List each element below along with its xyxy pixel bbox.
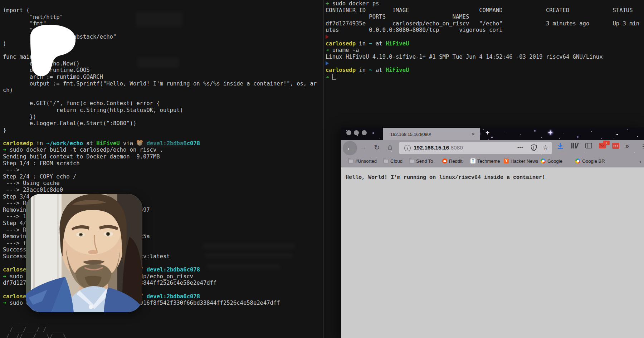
- terminal-line: [326, 34, 643, 40]
- terminal-line: carlosedp in ~ at HiFiveU: [326, 40, 643, 47]
- star-dot: [627, 129, 628, 130]
- bookmark-item-techmeme[interactable]: Techmeme: [470, 158, 500, 166]
- star-dot: [577, 136, 579, 138]
- toolbar-sparkle-dot: [541, 154, 542, 155]
- star-dot: [357, 135, 358, 136]
- terminal-line: output := fmt.Sprintf("Hello, World! I'm…: [3, 80, 323, 87]
- bookmark-label: Hacker News: [511, 158, 538, 164]
- site-info-icon[interactable]: i: [404, 145, 411, 151]
- techmeme-icon: [470, 158, 475, 163]
- browser-tab[interactable]: 192.168.15.16:8080/ ×: [383, 128, 480, 140]
- window-minimize-button[interactable]: [354, 130, 359, 135]
- bookmark-item-cloud[interactable]: Cloud: [383, 158, 402, 166]
- bookmark-star-icon[interactable]: ☆: [542, 143, 548, 152]
- bookmark-label: Send To: [416, 158, 433, 164]
- terminal-line: return c.String(http.StatusOK, output): [3, 107, 323, 114]
- terminal-line: [326, 60, 643, 67]
- ghost-artifact: [207, 265, 280, 269]
- bookmark-label: Google BR: [582, 158, 605, 164]
- browser-window: 192.168.15.16:8080/ × + ← → ↻ ⌂ i 192.16…: [341, 127, 644, 338]
- star-dot: [520, 134, 521, 135]
- hackernews-icon: [504, 158, 509, 163]
- bookmark-item-google[interactable]: Google: [541, 158, 562, 166]
- toolbar-overflow-icon[interactable]: »: [625, 142, 629, 150]
- browser-tab-bar: 192.168.15.16:8080/ × +: [341, 127, 644, 140]
- bookmark-item-send-to[interactable]: Send To: [409, 158, 433, 166]
- bookmark-item-google-br[interactable]: Google BR: [575, 158, 605, 166]
- star-dot: [380, 138, 380, 139]
- shield-icon[interactable]: [531, 144, 537, 151]
- terminal-line: [3, 313, 323, 320]
- google-icon: [541, 158, 546, 163]
- terminal-line: ____ __: [3, 320, 323, 327]
- star-sparkle-icon: [548, 131, 552, 134]
- terminal-line: ---> Using cache: [3, 180, 323, 187]
- menu-icon[interactable]: [643, 144, 644, 149]
- terminal-line: PORTS NAMES: [326, 14, 643, 20]
- mail-badge-count: 7: [603, 141, 610, 145]
- star-dot: [534, 130, 536, 132]
- terminal-line: Linux HiFiveU 4.19.0-sifive-1+ #1 SMP Tu…: [326, 54, 643, 60]
- terminal-line: [3, 133, 323, 140]
- ghost-artifact: [138, 58, 179, 67]
- star-dot: [613, 138, 614, 138]
- terminal-line: }): [3, 114, 323, 121]
- terminal-line: CONTAINER ID IMAGE COMMAND CREATED STATU…: [326, 7, 643, 14]
- star-dot: [559, 138, 560, 139]
- ghost-artifact: [203, 244, 294, 249]
- star-dot: [541, 137, 542, 138]
- webcam-portrait: [26, 194, 142, 312]
- star-dot: [504, 132, 504, 132]
- back-button[interactable]: ←: [343, 141, 357, 155]
- browser-content-area[interactable]: Hello, World! I'm running on linux/riscv…: [341, 167, 644, 338]
- star-dot: [372, 132, 374, 134]
- terminal-line: ➜ sudo docker ps: [326, 0, 643, 7]
- white-blob-annotation: [25, 23, 79, 80]
- reload-icon[interactable]: ↻: [374, 143, 380, 152]
- terminal-line: carlosedp in ~ at HiFiveU: [326, 67, 643, 74]
- partial-line-marker-red: [326, 35, 329, 39]
- terminal-line: ➜ sudo docker build -t carlosedp/echo_on…: [3, 147, 323, 153]
- page-actions-icon[interactable]: •••: [517, 145, 523, 150]
- bookmark-item-reddit[interactable]: Reddit: [442, 158, 463, 166]
- folder-icon: [348, 159, 353, 163]
- terminal-line: [3, 94, 323, 101]
- webcam-overlay: [26, 194, 142, 312]
- adblock-icon[interactable]: [612, 143, 619, 149]
- window-close-button[interactable]: [346, 130, 351, 135]
- forward-button[interactable]: →: [360, 143, 367, 151]
- ghost-artifact: [205, 253, 293, 258]
- page-body-text: Hello, World! I'm running on linux/riscv…: [346, 175, 545, 181]
- star-dot: [616, 134, 618, 135]
- bookmark-label: Cloud: [390, 158, 402, 164]
- folder-icon: [409, 159, 414, 163]
- download-icon[interactable]: [557, 143, 564, 150]
- folder-icon: [383, 159, 389, 163]
- terminal-line: Sending build context to Docker daemon 9…: [3, 153, 323, 160]
- terminal-line: ➜: [326, 74, 643, 80]
- bookmarks-toolbar: › #UnsortedCloudSend ToRedditTechmemeHac…: [341, 157, 644, 167]
- terminal-line: / __/___/ / ___: [3, 327, 323, 333]
- tab-close-icon[interactable]: ×: [472, 131, 475, 137]
- terminal-pane-divider[interactable]: [323, 0, 324, 338]
- bookmark-item-hacker-news[interactable]: Hacker News: [504, 158, 538, 166]
- mail-notifier-icon[interactable]: 7: [599, 143, 606, 148]
- home-icon[interactable]: ⌂: [387, 142, 392, 152]
- url-text: 192.168.15.16:8080: [414, 144, 463, 151]
- ghost-artifact: [137, 142, 187, 147]
- window-zoom-button[interactable]: [362, 130, 367, 135]
- bookmarks-overflow-icon[interactable]: ›: [639, 158, 641, 165]
- bookmark-item--unsorted[interactable]: #Unsorted: [348, 158, 377, 166]
- terminal-line: / _// __/ _ \/ _ \: [3, 333, 323, 338]
- sidebar-toggle-icon[interactable]: [585, 143, 592, 148]
- new-tab-button[interactable]: +: [486, 129, 489, 137]
- toolbar-sparkle-dot: [634, 152, 635, 153]
- terminal-pane-right[interactable]: ➜ sudo docker psCONTAINER ID IMAGE COMMA…: [326, 0, 643, 80]
- bookmark-label: Reddit: [449, 158, 463, 164]
- star-dot: [483, 129, 484, 130]
- star-dot: [637, 136, 638, 137]
- google-icon: [575, 158, 580, 163]
- terminal-line: utes 0.0.0.0:8080→8080/tcp vigorous_cori: [326, 27, 643, 34]
- url-bar[interactable]: i 192.168.15.16:8080 ••• ☆: [399, 142, 552, 154]
- bookmark-label: #Unsorted: [355, 158, 377, 164]
